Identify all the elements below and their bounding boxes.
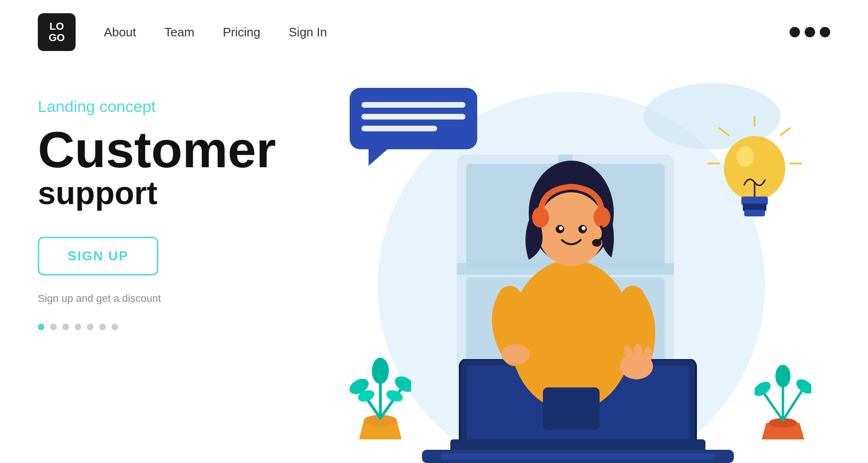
more-dot-1 bbox=[790, 27, 800, 37]
svg-rect-11 bbox=[361, 114, 465, 120]
carousel-dot-1[interactable] bbox=[38, 324, 44, 330]
svg-line-36 bbox=[781, 128, 790, 135]
plant-right bbox=[755, 354, 811, 439]
svg-point-52 bbox=[755, 379, 773, 399]
svg-point-26 bbox=[532, 207, 549, 228]
carousel-dot-5[interactable] bbox=[87, 324, 94, 330]
svg-point-47 bbox=[372, 358, 389, 384]
svg-marker-9 bbox=[369, 149, 387, 166]
svg-point-41 bbox=[737, 146, 754, 167]
svg-rect-10 bbox=[361, 102, 465, 108]
hero-left: Landing concept Customer support SIGN UP… bbox=[38, 78, 312, 463]
svg-point-21 bbox=[537, 192, 605, 266]
speech-bubble bbox=[350, 88, 482, 168]
svg-point-54 bbox=[794, 377, 811, 397]
svg-point-25 bbox=[582, 226, 585, 230]
more-dot-2 bbox=[805, 27, 815, 37]
headline-customer: Customer bbox=[38, 124, 312, 175]
signup-hint: Sign up and get a discount bbox=[38, 292, 312, 305]
headline-support: support bbox=[38, 175, 312, 211]
svg-point-28 bbox=[592, 239, 602, 247]
lightbulb bbox=[707, 116, 802, 239]
svg-point-20 bbox=[501, 344, 530, 365]
header: LOGO About Team Pricing Sign In bbox=[0, 0, 868, 64]
svg-rect-34 bbox=[441, 454, 715, 459]
svg-point-53 bbox=[775, 365, 791, 387]
more-dot-3 bbox=[820, 27, 830, 37]
svg-rect-44 bbox=[744, 210, 765, 216]
navigation: About Team Pricing Sign In bbox=[104, 25, 327, 40]
svg-rect-29 bbox=[543, 387, 600, 430]
carousel-dot-3[interactable] bbox=[62, 324, 69, 330]
more-options-menu[interactable] bbox=[790, 27, 830, 37]
support-agent-character bbox=[472, 156, 670, 430]
carousel-dot-7[interactable] bbox=[112, 324, 118, 330]
svg-line-38 bbox=[719, 128, 729, 135]
logo[interactable]: LOGO bbox=[38, 13, 76, 51]
svg-rect-12 bbox=[361, 126, 437, 131]
carousel-dots bbox=[38, 324, 312, 330]
nav-about[interactable]: About bbox=[104, 25, 136, 40]
signup-button[interactable]: SIGN UP bbox=[38, 237, 158, 275]
nav-team[interactable]: Team bbox=[164, 25, 195, 40]
carousel-dot-6[interactable] bbox=[99, 324, 106, 330]
main-content: Landing concept Customer support SIGN UP… bbox=[0, 78, 868, 463]
nav-signin[interactable]: Sign In bbox=[289, 25, 327, 40]
landing-label: Landing concept bbox=[38, 97, 312, 116]
hero-illustration bbox=[312, 78, 830, 463]
svg-point-24 bbox=[559, 226, 563, 230]
nav-pricing[interactable]: Pricing bbox=[223, 25, 260, 40]
svg-point-27 bbox=[593, 207, 610, 228]
logo-text: LOGO bbox=[49, 21, 65, 43]
carousel-dot-4[interactable] bbox=[75, 324, 81, 330]
plant-left bbox=[350, 345, 411, 439]
carousel-dot-2[interactable] bbox=[50, 324, 57, 330]
